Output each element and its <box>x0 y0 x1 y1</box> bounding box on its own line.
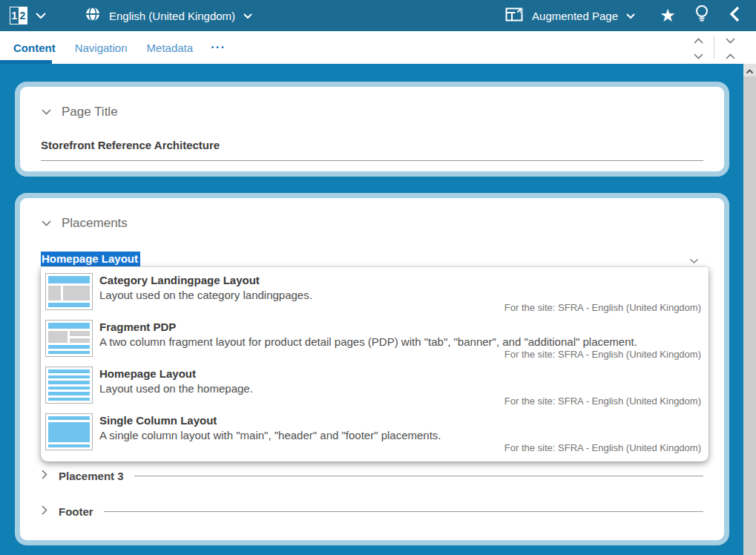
dropdown-option-single-column-layout[interactable]: Single Column Layout A single column lay… <box>41 411 709 458</box>
footer-section-toggle[interactable]: Footer <box>41 502 703 520</box>
chevron-right-icon <box>41 505 48 519</box>
back-button[interactable] <box>722 6 747 25</box>
option-description: Layout used on the category landingpages… <box>99 288 703 302</box>
chevron-down-icon <box>35 9 47 22</box>
globe-icon <box>85 7 100 24</box>
language-selector[interactable]: English (United Kingdom) <box>85 7 253 24</box>
expand-all-button[interactable] <box>683 34 714 61</box>
collapse-all-button[interactable] <box>714 34 746 61</box>
page-title-input[interactable] <box>41 139 703 151</box>
page-layout-icon <box>505 7 523 24</box>
favorite-button[interactable]: ★ <box>655 7 680 24</box>
option-title: Category Landingpage Layout <box>99 273 703 288</box>
help-button[interactable] <box>689 4 714 27</box>
chevron-up-icon <box>746 64 754 77</box>
option-site-note: For the site: SFRA - English (United Kin… <box>504 302 701 313</box>
section-title: Placement 3 <box>59 470 124 482</box>
section-divider-line <box>104 511 703 512</box>
category-landingpage-layout-thumb-icon <box>45 273 93 310</box>
option-site-note: For the site: SFRA - English (United Kin… <box>504 442 701 453</box>
tab-content[interactable]: Content <box>7 42 62 54</box>
option-description: Layout used on the homepage. <box>99 381 703 395</box>
chevron-down-icon <box>243 9 253 22</box>
language-label: English (United Kingdom) <box>109 10 235 22</box>
chevron-down-icon <box>693 49 704 62</box>
chevron-down-icon <box>625 9 636 22</box>
chevron-up-icon <box>725 49 736 62</box>
dropdown-option-category-landingpage-layout[interactable]: Category Landingpage Layout Layout used … <box>41 271 709 318</box>
option-title: Fragment PDP <box>99 320 703 335</box>
section-title: Placements <box>62 216 128 231</box>
dropdown-option-fragment-pdp[interactable]: Fragment PDP A two column fragment layou… <box>41 318 709 364</box>
star-icon: ★ <box>660 7 676 24</box>
dropdown-option-homepage-layout[interactable]: Homepage Layout Layout used on the homep… <box>41 364 709 411</box>
app-header: 1 2 English (United Kingdom) <box>0 0 756 31</box>
option-description: A single column layout with "main", "hea… <box>99 428 703 442</box>
placement-3-section-toggle[interactable]: Placement 3 <box>41 467 703 485</box>
homepage-layout-thumb-icon <box>45 367 93 404</box>
fragment-pdp-thumb-icon <box>45 320 93 357</box>
combobox-selected-value: Homepage Layout <box>41 252 140 266</box>
option-site-note: For the site: SFRA - English (United Kin… <box>504 395 701 407</box>
option-site-note: For the site: SFRA - English (United Kin… <box>504 349 701 360</box>
section-title: Footer <box>59 505 93 518</box>
page-title-section-toggle[interactable]: Page Title <box>41 103 703 121</box>
option-description: A two column fragment layout for product… <box>99 335 703 349</box>
vertical-scrollbar[interactable] <box>743 64 756 555</box>
section-divider-line <box>134 476 703 476</box>
page-title-card: Page Title <box>15 82 729 177</box>
lightbulb-icon <box>694 4 709 27</box>
page-type-selector[interactable]: Augmented Page <box>505 7 636 24</box>
chevron-left-icon <box>729 6 740 25</box>
tab-metadata[interactable]: Metadata <box>141 42 200 54</box>
chevron-down-icon <box>41 216 52 231</box>
content-area: Page Title Placements Homepage Layout Pl… <box>0 64 756 555</box>
single-column-layout-thumb-icon <box>45 413 93 450</box>
app-switcher-badge[interactable]: 1 2 <box>10 7 27 24</box>
scroll-up-button[interactable] <box>743 64 756 76</box>
badge-digit-left: 1 <box>10 7 19 24</box>
option-title: Homepage Layout <box>99 367 703 381</box>
tab-navigation[interactable]: Navigation <box>69 42 134 54</box>
section-title: Page Title <box>62 105 118 119</box>
tab-more-menu[interactable]: ··· <box>205 40 231 55</box>
placements-section-toggle[interactable]: Placements <box>41 214 703 232</box>
page-type-label: Augmented Page <box>532 10 618 22</box>
page-title-field-wrap <box>41 139 703 161</box>
chevron-down-icon <box>689 254 699 267</box>
chevron-down-icon <box>725 33 736 47</box>
app-switcher-chevron[interactable] <box>35 9 47 22</box>
layout-dropdown-panel: Category Landingpage Layout Layout used … <box>41 267 709 462</box>
chevron-down-icon <box>41 105 52 119</box>
option-title: Single Column Layout <box>99 413 703 428</box>
chevron-right-icon <box>41 469 48 483</box>
badge-digit-right: 2 <box>19 7 27 24</box>
tab-bar: Content Navigation Metadata ··· <box>0 31 756 64</box>
chevron-up-icon <box>693 33 704 47</box>
